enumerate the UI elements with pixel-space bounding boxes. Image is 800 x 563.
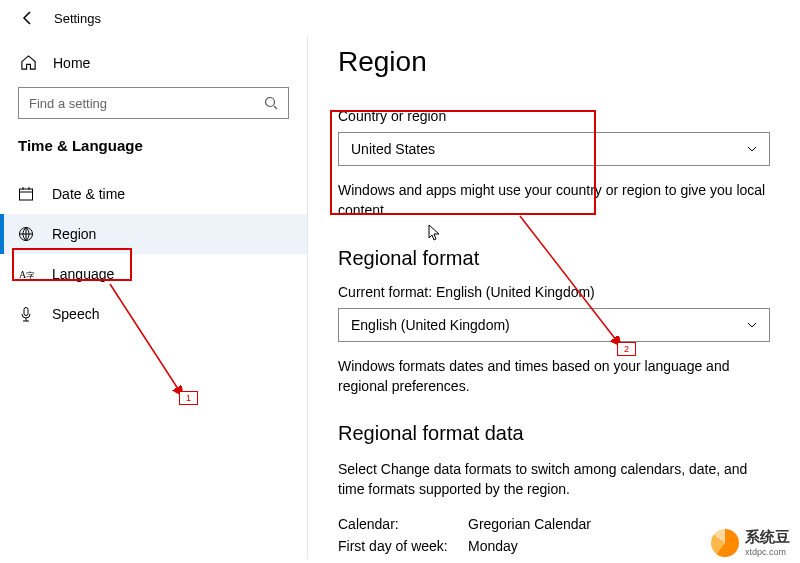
search-placeholder: Find a setting (29, 96, 107, 111)
format-row: Calendar: Gregorian Calendar (338, 516, 770, 532)
window-title: Settings (54, 11, 101, 26)
microphone-icon (18, 306, 34, 322)
back-icon[interactable] (20, 10, 36, 26)
sidebar: Home Find a setting Time & Language Date… (0, 36, 308, 559)
home-link[interactable]: Home (18, 46, 289, 87)
format-row: First day of week: Monday (338, 538, 770, 554)
country-dropdown[interactable]: United States (338, 132, 770, 166)
svg-rect-5 (24, 308, 28, 316)
watermark-logo-icon (711, 529, 739, 557)
chevron-down-icon (747, 144, 757, 154)
home-icon (20, 54, 37, 71)
current-format-label: Current format: English (United Kingdom) (338, 284, 770, 300)
page-heading: Region (338, 46, 770, 78)
nav-label: Language (52, 266, 114, 282)
clock-icon (18, 186, 34, 202)
format-key: First day of week: (338, 538, 468, 554)
sidebar-item-language[interactable]: A字 Language (0, 254, 307, 294)
format-val: Monday (468, 538, 518, 554)
svg-text:字: 字 (26, 271, 34, 281)
watermark-name: 系统豆 (745, 528, 790, 545)
format-data-hint: Select Change data formats to switch amo… (338, 459, 770, 500)
sidebar-item-datetime[interactable]: Date & time (0, 174, 307, 214)
format-data-heading: Regional format data (338, 422, 770, 445)
section-title: Time & Language (18, 137, 289, 154)
watermark-url: xtdpc.com (745, 547, 790, 557)
language-icon: A字 (18, 266, 34, 282)
country-hint: Windows and apps might use your country … (338, 180, 770, 221)
nav-label: Region (52, 226, 96, 242)
home-label: Home (53, 55, 90, 71)
sidebar-item-speech[interactable]: Speech (0, 294, 307, 334)
format-key: Calendar: (338, 516, 468, 532)
regional-format-dropdown[interactable]: English (United Kingdom) (338, 308, 770, 342)
format-val: Gregorian Calendar (468, 516, 591, 532)
regional-format-value: English (United Kingdom) (351, 317, 510, 333)
chevron-down-icon (747, 320, 757, 330)
search-input[interactable]: Find a setting (18, 87, 289, 119)
country-label: Country or region (338, 108, 770, 124)
regional-format-hint: Windows formats dates and times based on… (338, 356, 770, 397)
cursor-icon (428, 224, 442, 242)
regional-format-heading: Regional format (338, 247, 770, 270)
country-value: United States (351, 141, 435, 157)
svg-rect-1 (20, 189, 33, 200)
search-icon (264, 96, 278, 110)
nav-label: Date & time (52, 186, 125, 202)
sidebar-item-region[interactable]: Region (0, 214, 307, 254)
content-pane: Region Country or region United States W… (308, 36, 800, 559)
globe-icon (18, 226, 34, 242)
nav-label: Speech (52, 306, 99, 322)
svg-point-0 (266, 98, 275, 107)
watermark: 系统豆 xtdpc.com (711, 528, 790, 557)
